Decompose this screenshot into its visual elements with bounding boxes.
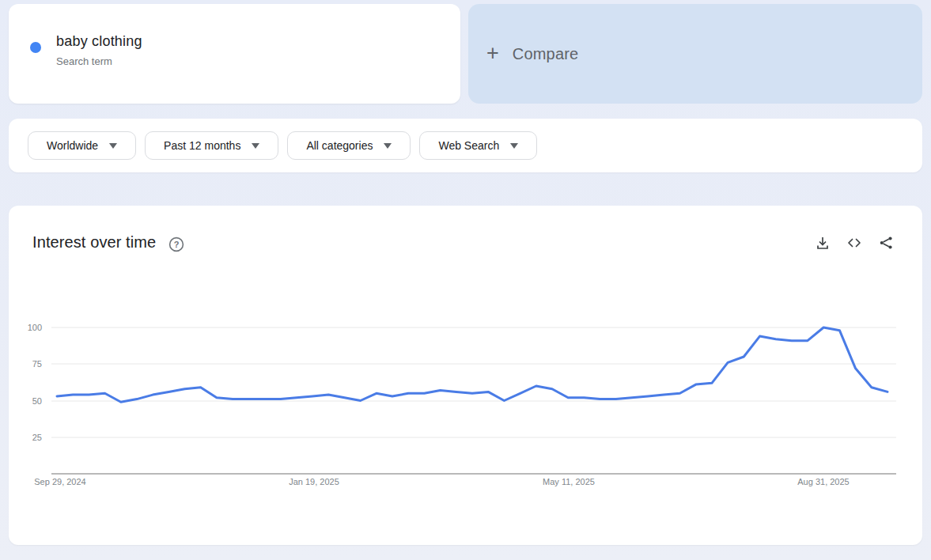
search-term-type-label: Search term [56,55,142,67]
series-color-dot-icon [30,42,41,53]
filter-search-type-dropdown[interactable]: Web Search [419,131,537,160]
chart-title: Interest over time [32,233,156,252]
share-icon [878,235,894,251]
y-tick-label: 75 [32,359,42,369]
compare-label: Compare [513,45,579,63]
y-tick-label: 25 [32,433,42,442]
compare-add-button[interactable]: + Compare [468,4,922,104]
embed-code-icon [846,235,862,251]
dropdown-arrow-icon [510,143,518,149]
x-tick-label: Sep 29, 2024 [34,477,85,486]
term-texts: baby clothing Search term [56,33,142,67]
plus-icon: + [486,43,499,64]
x-tick-label: May 11, 2025 [543,477,595,486]
interest-over-time-chart[interactable]: 100 75 50 25 Sep 29, 2024 Jan 19, 2025 M… [9,308,921,494]
filter-time-label: Past 12 months [164,139,240,152]
chart-actions [815,235,894,251]
y-tick-label: 50 [32,396,42,406]
filter-region-dropdown[interactable]: Worldwide [28,131,136,160]
dropdown-arrow-icon [384,143,392,149]
embed-code-button[interactable] [846,235,862,251]
svg-text:?: ? [174,240,180,249]
search-term-card[interactable]: baby clothing Search term [9,4,460,104]
x-tick-label: Aug 31, 2025 [797,477,849,486]
share-button[interactable] [878,235,894,251]
filter-search-type-label: Web Search [438,139,499,152]
help-button[interactable]: ? [168,236,184,252]
search-terms-row: baby clothing Search term + Compare [9,4,922,104]
google-trends-explore-page: baby clothing Search term + Compare Worl… [0,0,931,545]
filters-bar: Worldwide Past 12 months All categories … [9,119,922,172]
search-term-title: baby clothing [56,33,142,50]
filter-category-label: All categories [306,139,373,152]
dropdown-arrow-icon [252,143,259,149]
y-tick-label: 100 [28,323,42,332]
filter-region-label: Worldwide [47,139,98,152]
filter-time-dropdown[interactable]: Past 12 months [145,131,278,160]
help-icon: ? [168,236,184,252]
dropdown-arrow-icon [109,143,117,149]
trend-line-series [57,327,887,402]
x-tick-label: Jan 19, 2025 [289,477,339,486]
interest-over-time-card: Interest over time ? [9,206,922,545]
filter-category-dropdown[interactable]: All categories [287,131,411,160]
download-button[interactable] [815,235,831,251]
download-icon [815,235,831,251]
